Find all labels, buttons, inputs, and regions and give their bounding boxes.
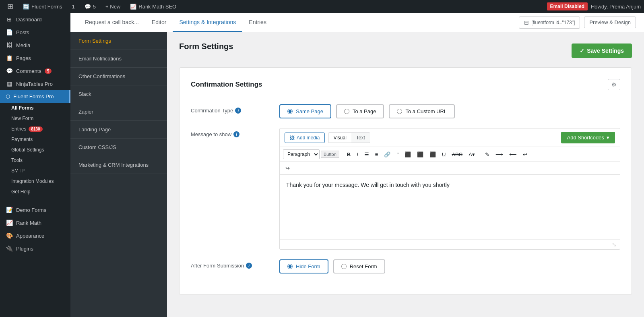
paragraph-select[interactable]: Paragraph <box>283 149 320 159</box>
format-button[interactable]: ✎ <box>483 150 492 159</box>
preview-design-button[interactable]: Preview & Design <box>584 17 636 28</box>
settings-item-form-settings[interactable]: Form Settings <box>70 32 167 50</box>
settings-item-marketing-crm[interactable]: Marketing & CRM Integrations <box>70 156 167 174</box>
resize-handle-icon[interactable]: ⤡ <box>612 241 617 248</box>
submenu-tools[interactable]: Tools <box>0 155 70 166</box>
submenu-payments[interactable]: Payments <box>0 134 70 145</box>
comments-admin[interactable]: 💬 5 <box>80 4 100 10</box>
bold-button[interactable]: B <box>345 150 353 159</box>
settings-main-content: Form Settings ✓ Save Settings Confirmati… <box>167 32 644 317</box>
confirmation-type-row: Confirmation Type i Same Page To a Page <box>191 104 620 118</box>
submenu-new-form[interactable]: New Form <box>0 113 70 124</box>
sidebar-item-ninjatables[interactable]: ▦ NinjaTables Pro <box>0 77 70 90</box>
submenu-get-help[interactable]: Get Help <box>0 186 70 197</box>
align-center-button[interactable]: ⬛ <box>415 150 426 159</box>
save-settings-button[interactable]: ✓ Save Settings <box>572 44 632 58</box>
align-left-button[interactable]: ⬛ <box>402 150 413 159</box>
sidebar-item-plugins[interactable]: 🔌 Plugins <box>0 242 70 255</box>
sidebar-item-label: Plugins <box>16 246 33 252</box>
outdent-button[interactable]: ⟵ <box>507 150 519 159</box>
sidebar-item-demo-forms[interactable]: 📝 Demo Forms <box>0 203 70 216</box>
text-tab[interactable]: Text <box>351 133 370 143</box>
confirmation-settings-card: Confirmation Settings ⚙ Confirmation Typ… <box>179 67 632 295</box>
wp-icon: ⊞ <box>7 2 13 11</box>
nav-request[interactable]: Request a call back... <box>78 13 145 32</box>
visual-text-tabs: Visual Text <box>328 133 370 143</box>
visual-tab[interactable]: Visual <box>328 133 351 143</box>
text-color-button[interactable]: A▾ <box>466 150 477 159</box>
chevron-down-icon: ▾ <box>607 135 609 141</box>
editor-top-bar: 🖼 Add media Visual Text <box>280 128 620 147</box>
site-name[interactable]: 🔄 Fluent Forms <box>19 4 66 10</box>
new-item[interactable]: + New <box>101 4 124 10</box>
nav-settings[interactable]: Settings & Integrations <box>173 13 242 32</box>
shortcode-button[interactable]: ⊟ [fluentform id="173"] <box>519 17 580 29</box>
confirmation-type-info-icon[interactable]: i <box>235 108 241 114</box>
nav-entries[interactable]: Entries <box>242 13 273 32</box>
rank-math-icon: 📈 <box>130 4 136 10</box>
submenu-smtp[interactable]: SMTP <box>0 166 70 176</box>
option-hide-form[interactable]: Hide Form <box>279 259 328 273</box>
ordered-list-button[interactable]: ≡ <box>373 150 381 159</box>
nav-editor[interactable]: Editor <box>145 13 173 32</box>
toolbar-separator-2 <box>480 150 480 158</box>
unordered-list-button[interactable]: ☰ <box>362 150 372 159</box>
italic-button[interactable]: I <box>354 150 361 159</box>
after-submission-info-icon[interactable]: i <box>246 263 252 269</box>
option-to-custom-url[interactable]: To a Custom URL <box>389 104 455 118</box>
wp-logo[interactable]: ⊞ <box>3 2 17 11</box>
sidebar-item-label: Appearance <box>16 233 44 239</box>
align-right-button[interactable]: ⬛ <box>427 150 438 159</box>
sidebar-item-comments[interactable]: 💬 Comments 5 <box>0 64 70 77</box>
settings-item-slack[interactable]: Slack <box>70 85 167 103</box>
undo-button[interactable]: ↩ <box>520 150 530 159</box>
settings-sidebar: Form Settings Email Notifications Other … <box>70 32 167 317</box>
sidebar-item-dashboard[interactable]: ⊞ Dashboard <box>0 13 70 26</box>
submenu-entries[interactable]: Entries 8130 <box>0 124 70 134</box>
notifications[interactable]: 1 <box>68 4 79 10</box>
editor-body[interactable]: Thank you for your message. We will get … <box>280 175 620 239</box>
demo-forms-icon: 📝 <box>6 207 13 213</box>
ninjatables-icon: ▦ <box>6 81 13 87</box>
sidebar-item-label: Rank Math <box>16 220 41 226</box>
submenu-global-settings[interactable]: Global Settings <box>0 145 70 155</box>
after-submission-label: After Form Submission i <box>191 259 271 269</box>
after-submission-options: Hide Form Reset Form <box>279 259 620 273</box>
add-shortcodes-button[interactable]: Add Shortcodes ▾ <box>561 132 615 143</box>
sidebar-item-appearance[interactable]: 🎨 Appearance <box>0 229 70 242</box>
settings-item-landing-page[interactable]: Landing Page <box>70 121 167 139</box>
rank-math-admin[interactable]: 📈 Rank Math SEO <box>126 4 180 10</box>
underline-button[interactable]: U <box>440 150 448 159</box>
sidebar-item-label: Dashboard <box>16 17 42 23</box>
editor-toolbar: Paragraph Button B I ☰ ≡ 🔗 " <box>280 147 620 162</box>
editor-footer: ⤡ <box>280 239 620 249</box>
message-info-icon[interactable]: i <box>233 131 239 137</box>
after-submission-row: After Form Submission i Hide Form Reset … <box>191 259 620 273</box>
settings-item-other-confirmations[interactable]: Other Confirmations <box>70 68 167 85</box>
submenu-all-forms[interactable]: All Forms <box>0 103 70 113</box>
option-to-page[interactable]: To a Page <box>336 104 384 118</box>
sidebar-item-posts[interactable]: 📄 Posts <box>0 26 70 39</box>
option-same-page[interactable]: Same Page <box>279 104 331 118</box>
sidebar-item-rank-math[interactable]: 📈 Rank Math <box>0 216 70 229</box>
settings-item-custom-css-js[interactable]: Custom CSS/JS <box>70 139 167 156</box>
link-button[interactable]: 🔗 <box>382 150 393 159</box>
sidebar-item-media[interactable]: 🖼 Media <box>0 39 70 52</box>
card-title: Confirmation Settings ⚙ <box>191 79 620 96</box>
blockquote-button[interactable]: " <box>394 150 401 159</box>
settings-item-zapier[interactable]: Zapier <box>70 103 167 121</box>
strikethrough-button[interactable]: ABC <box>449 150 465 159</box>
add-media-button[interactable]: 🖼 Add media <box>285 133 325 143</box>
button-tag: Button <box>321 151 339 158</box>
settings-item-email-notifications[interactable]: Email Notifications <box>70 50 167 68</box>
redo-button[interactable]: ↪ <box>283 164 292 173</box>
sidebar-item-label: Posts <box>16 29 29 35</box>
sidebar-item-fluentforms[interactable]: ⬡ Fluent Forms Pro <box>0 90 70 103</box>
media-icon: 🖼 <box>6 42 13 48</box>
option-reset-form[interactable]: Reset Form <box>333 259 385 273</box>
dashboard-icon: ⊞ <box>6 16 13 23</box>
sidebar-item-pages[interactable]: 📋 Pages <box>0 52 70 64</box>
indent-button[interactable]: ⟶ <box>493 150 506 159</box>
settings-gear-button[interactable]: ⚙ <box>608 79 620 90</box>
submenu-integration-modules[interactable]: Integration Modules <box>0 176 70 186</box>
